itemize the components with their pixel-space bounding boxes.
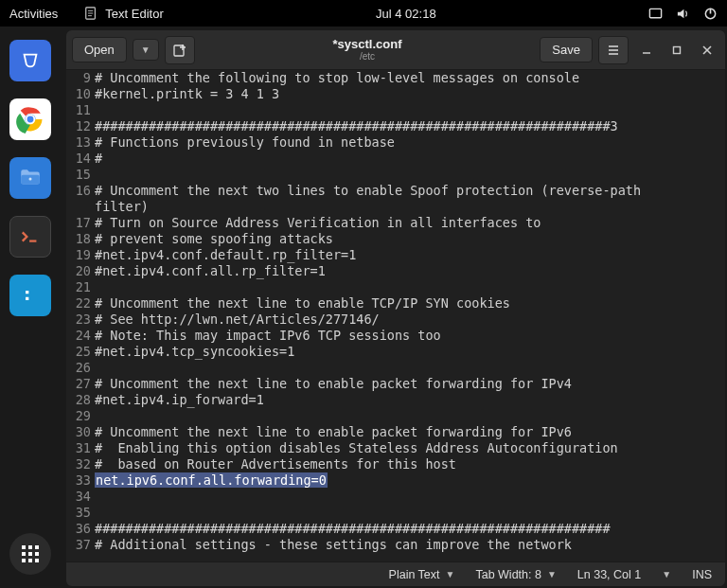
- titlebar: Open ▼ *sysctl.conf /etc Save: [66, 30, 725, 70]
- dock-item-terminal[interactable]: [9, 216, 51, 258]
- dock-item-files[interactable]: [9, 157, 51, 199]
- window-title: *sysctl.conf /etc: [201, 38, 535, 62]
- screen-icon[interactable]: [648, 7, 663, 21]
- statusbar: Plain Text▼ Tab Width: 8▼ Ln 33, Col 1 ▼…: [66, 561, 725, 586]
- gnome-topbar: Activities Text Editor Jul 4 02:18: [0, 0, 727, 27]
- topbar-app-menu[interactable]: Text Editor: [84, 7, 163, 21]
- activities-button[interactable]: Activities: [9, 7, 58, 21]
- line-number-gutter: 9101112131415161718192021222324252627282…: [66, 70, 93, 561]
- power-icon[interactable]: [703, 7, 718, 21]
- hamburger-button[interactable]: [598, 36, 629, 64]
- text-editor-icon: [84, 7, 98, 20]
- open-button[interactable]: Open: [72, 37, 127, 62]
- open-button-label: Open: [84, 43, 115, 57]
- svg-rect-4: [649, 9, 661, 17]
- show-applications-button[interactable]: [9, 533, 51, 575]
- open-dropdown-button[interactable]: ▼: [133, 39, 159, 61]
- topbar-clock[interactable]: Jul 4 02:18: [376, 7, 436, 21]
- close-button[interactable]: [695, 38, 719, 62]
- svg-rect-20: [674, 46, 681, 53]
- cursor-position[interactable]: Ln 33, Col 1: [577, 568, 641, 581]
- hamburger-icon: [607, 44, 620, 57]
- dock: [0, 27, 61, 588]
- gedit-window: Open ▼ *sysctl.conf /etc Save 9101112131…: [66, 30, 725, 586]
- dock-item-chrome[interactable]: [9, 98, 51, 140]
- new-tab-icon: [172, 43, 187, 58]
- svg-point-9: [27, 116, 35, 124]
- maximize-button[interactable]: [665, 38, 689, 62]
- filename: *sysctl.conf: [333, 38, 402, 51]
- editor-area[interactable]: 9101112131415161718192021222324252627282…: [66, 70, 725, 561]
- volume-icon[interactable]: [676, 7, 690, 21]
- minimize-button[interactable]: [634, 38, 659, 62]
- syntax-selector[interactable]: Plain Text▼: [389, 568, 455, 581]
- insert-mode[interactable]: INS: [692, 568, 712, 581]
- tab-width-selector[interactable]: Tab Width: 8▼: [475, 568, 556, 581]
- dock-item-shopping[interactable]: [9, 40, 51, 81]
- apps-grid-icon: [22, 545, 39, 562]
- topbar-app-name: Text Editor: [105, 7, 163, 21]
- save-button-label: Save: [552, 43, 580, 57]
- code-content[interactable]: # Uncomment the following to stop low-le…: [95, 70, 725, 561]
- dock-item-app[interactable]: [9, 275, 51, 316]
- cursor-position-dropdown[interactable]: ▼: [662, 569, 671, 579]
- save-button[interactable]: Save: [540, 37, 593, 62]
- filepath: /etc: [360, 51, 375, 62]
- new-tab-button[interactable]: [165, 36, 195, 64]
- svg-point-11: [28, 178, 31, 181]
